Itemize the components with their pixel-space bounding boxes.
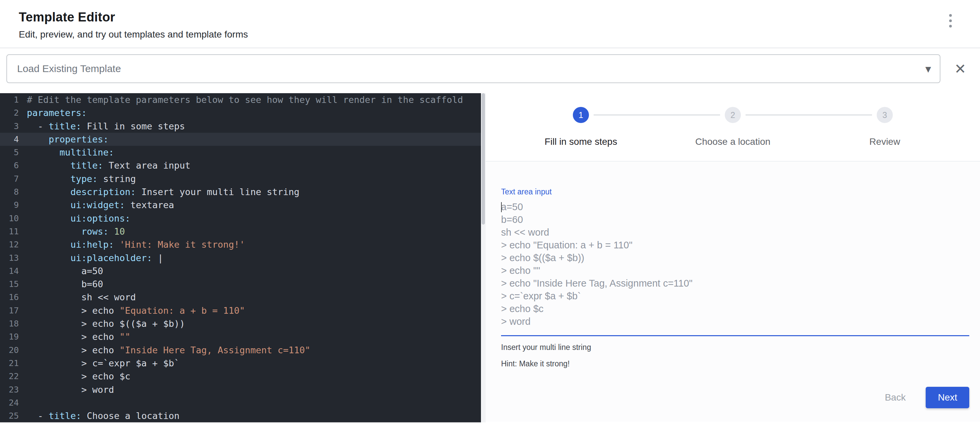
placeholder-line: > word (501, 315, 969, 328)
next-button[interactable]: Next (926, 387, 969, 408)
line-number: 24 (0, 396, 19, 409)
step-indicator-1: 1 (573, 107, 589, 123)
code-line[interactable]: 1# Edit the template parameters below to… (0, 93, 481, 106)
line-number: 16 (0, 291, 19, 304)
line-number: 18 (0, 317, 19, 330)
code-text: > echo "Inside Here Tag, Assignment c=11… (19, 344, 310, 356)
more-options-button[interactable] (940, 10, 961, 32)
chevron-down-icon: ▾ (925, 63, 931, 74)
line-number: 1 (0, 93, 19, 106)
field-description: Insert your multi line string (501, 343, 969, 352)
code-text: a=50 (19, 265, 103, 277)
code-text: parameters: (19, 106, 87, 119)
code-line[interactable]: 24 (0, 396, 481, 409)
code-text: type: string (19, 172, 136, 185)
page-title: Template Editor (19, 10, 980, 24)
code-text: ui:placeholder: | (19, 251, 163, 265)
line-number: 14 (0, 265, 19, 277)
code-line[interactable]: 4 properties: (0, 133, 481, 146)
code-line[interactable]: 5 multiline: (0, 146, 481, 159)
back-button[interactable]: Back (883, 392, 908, 403)
step-label: Fill in some steps (545, 136, 617, 147)
code-line[interactable]: 25 - title: Choose a location (0, 409, 481, 422)
clear-template-button[interactable]: ✕ (940, 54, 980, 83)
code-line[interactable]: 16 sh << word (0, 291, 481, 304)
load-template-placeholder: Load Existing Template (17, 63, 121, 74)
code-line[interactable]: 12 ui:help: 'Hint: Make it strong!' (0, 238, 481, 251)
field-hint: Hint: Make it strong! (501, 359, 969, 368)
code-line[interactable]: 9 ui:widget: textarea (0, 198, 481, 211)
line-number: 4 (0, 133, 19, 146)
line-number: 20 (0, 344, 19, 356)
placeholder-line: sh << word (501, 226, 969, 239)
code-line[interactable]: 3 - title: Fill in some steps (0, 120, 481, 133)
line-number: 15 (0, 277, 19, 291)
app-header: Template Editor Edit, preview, and try o… (0, 0, 980, 48)
code-text: ui:help: 'Hint: Make it strong!' (19, 238, 245, 251)
line-number: 6 (0, 159, 19, 172)
code-text: > echo "" (19, 330, 130, 343)
code-text (19, 396, 27, 409)
code-text: > echo $c (19, 370, 130, 383)
line-number: 7 (0, 172, 19, 185)
line-number: 8 (0, 185, 19, 198)
multiline-textarea[interactable]: a=50b=60sh << word> echo "Equation: a + … (501, 200, 969, 336)
code-line[interactable]: 11 rows: 10 (0, 225, 481, 238)
template-loader-row: Load Existing Template ▾ ✕ (6, 54, 980, 83)
code-line[interactable]: 18 > echo $(($a + $b)) (0, 317, 481, 330)
code-text: > echo "Equation: a + b = 110" (19, 304, 245, 317)
step-connector (593, 115, 720, 115)
line-number: 2 (0, 106, 19, 119)
code-text: > c=`expr $a + $b` (19, 356, 180, 370)
code-text: sh << word (19, 291, 136, 304)
step-connector (746, 115, 872, 115)
code-line[interactable]: 15 b=60 (0, 277, 481, 291)
placeholder-line: > echo $c (501, 303, 969, 315)
step-label: Choose a location (695, 136, 770, 147)
code-text: title: Text area input (19, 159, 191, 172)
code-line[interactable]: 8 description: Insert your multi line st… (0, 185, 481, 198)
line-number: 23 (0, 383, 19, 396)
step-indicator-2: 2 (725, 107, 741, 123)
placeholder-line: > echo "" (501, 264, 969, 277)
code-text: - title: Choose a location (19, 409, 180, 422)
code-line[interactable]: 21 > c=`expr $a + $b` (0, 356, 481, 370)
code-line[interactable]: 7 type: string (0, 172, 481, 185)
code-line[interactable]: 6 title: Text area input (0, 159, 481, 172)
code-line[interactable]: 17 > echo "Equation: a + b = 110" (0, 304, 481, 317)
load-template-select[interactable]: Load Existing Template ▾ (6, 54, 940, 83)
kebab-menu-icon (949, 14, 952, 27)
code-line[interactable]: 23 > word (0, 383, 481, 396)
field-label: Text area input (501, 187, 969, 196)
placeholder-line: > c=`expr $a + $b` (501, 290, 969, 303)
code-text: ui:widget: textarea (19, 198, 174, 211)
line-number: 5 (0, 146, 19, 159)
line-number: 21 (0, 356, 19, 370)
line-number: 17 (0, 304, 19, 317)
close-icon: ✕ (954, 61, 966, 77)
code-line[interactable]: 20 > echo "Inside Here Tag, Assignment c… (0, 344, 481, 356)
code-text: > echo $(($a + $b)) (19, 317, 185, 330)
code-text: ui:options: (19, 212, 130, 225)
code-text: b=60 (19, 277, 103, 291)
code-line[interactable]: 13 ui:placeholder: | (0, 251, 481, 265)
code-editor[interactable]: 1# Edit the template parameters below to… (0, 93, 481, 422)
code-text: - title: Fill in some steps (19, 120, 185, 133)
placeholder-line: > echo $(($a + $b)) (501, 251, 969, 264)
editor-scrollbar[interactable] (481, 93, 486, 422)
code-line[interactable]: 2parameters: (0, 106, 481, 119)
step-label: Review (869, 136, 900, 147)
stepper-inner: 1Fill in some steps2Choose a location3Re… (541, 107, 925, 148)
line-number: 25 (0, 409, 19, 422)
code-line[interactable]: 14 a=50 (0, 265, 481, 277)
page-subtitle: Edit, preview, and try out templates and… (19, 29, 980, 40)
code-line[interactable]: 19 > echo "" (0, 330, 481, 343)
placeholder-line: > echo "Equation: a + b = 110" (501, 239, 969, 251)
placeholder-line: a=50 (501, 200, 969, 213)
code-line[interactable]: 10 ui:options: (0, 212, 481, 225)
code-line[interactable]: 22 > echo $c (0, 370, 481, 383)
line-number: 13 (0, 251, 19, 265)
scrollbar-thumb[interactable] (482, 93, 485, 225)
line-number: 3 (0, 120, 19, 133)
line-number: 10 (0, 212, 19, 225)
